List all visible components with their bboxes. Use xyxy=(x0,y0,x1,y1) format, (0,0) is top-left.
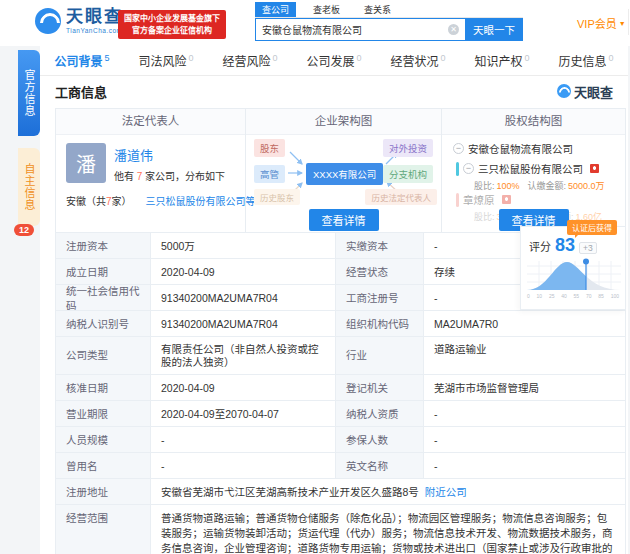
nav-tab-3[interactable]: 公司发展0 xyxy=(292,46,376,75)
field-value: 道路运输业 xyxy=(424,337,625,374)
nav-tab-count: 0 xyxy=(609,53,614,63)
field-value: 91340200MA2UMA7R04 xyxy=(151,285,336,310)
nav-tab-count: 5 xyxy=(105,53,110,63)
score-marker xyxy=(583,259,589,265)
card-header-org-chart: 企业架构图 xyxy=(246,109,441,135)
field-value: 普通货物道路运输；普通货物仓储服务（除危化品）；物流园区管理服务；物流信息咨询服… xyxy=(151,505,625,554)
equity-child-node-0[interactable]: −三只松鼠股份有限公司股比:100%认缴金额:5000.0万 xyxy=(456,161,613,192)
top-header: 天眼查 TianYanCha.com 国家中小企业发展基金旗下 官方备案企业征信… xyxy=(0,0,630,46)
shareholder-name-link[interactable]: 章燎原 xyxy=(463,192,495,207)
axis-tick: 100 xyxy=(611,293,619,299)
search-area: 查公司 查老板 查关系 ✕ 天眼一下 xyxy=(255,3,523,41)
field-value: 91340200MA2UMA7R04 xyxy=(151,311,336,336)
nav-tab-count: 0 xyxy=(189,53,194,63)
search-input[interactable] xyxy=(255,18,465,41)
certified-badge: 认证后获得 xyxy=(567,220,617,235)
table-row: 注册地址安徽省芜湖市弋江区芜湖高新技术产业开发区久盛路8号附近公司 xyxy=(56,479,625,505)
legal-rep-description: 他有 7 家公司，分布如下 xyxy=(114,168,225,183)
self-info-count-badge: 12 xyxy=(14,224,34,236)
nav-tab-label: 司法风险 xyxy=(138,52,186,69)
score-value: 83 xyxy=(555,235,575,256)
caret-down-icon: ▼ xyxy=(619,20,626,27)
related-company-link[interactable]: 三只松鼠股份有限公司等 xyxy=(146,193,256,208)
shareholder-name-link[interactable]: 三只松鼠股份有限公司 xyxy=(478,161,583,176)
nav-tab-2[interactable]: 经营风险0 xyxy=(208,46,292,75)
gov-certification-badge: 国家中小企业发展基金旗下 官方备案企业征信机构 xyxy=(118,10,226,39)
tree-level-bar xyxy=(456,162,459,176)
tree-level-bar xyxy=(456,193,459,207)
score-distribution-chart xyxy=(525,257,623,293)
nav-tab-label: 历史信息 xyxy=(558,52,606,69)
nav-tab-4[interactable]: 经营状况0 xyxy=(376,46,460,75)
collapse-minus-icon[interactable]: − xyxy=(453,143,464,154)
amount-label: 认缴金额: xyxy=(528,181,567,191)
nav-tab-1[interactable]: 司法风险0 xyxy=(124,46,208,75)
clear-icon[interactable]: ✕ xyxy=(448,24,459,35)
legal-rep-name-link[interactable]: 潘道伟 xyxy=(114,145,225,164)
org-tag-left-1[interactable]: 高管 xyxy=(254,165,285,183)
field-label: 成立日期 xyxy=(56,259,151,284)
sidebar-tab-official-info[interactable]: 官方信息 xyxy=(18,50,40,136)
org-chart-card: 企业架构图 XX xyxy=(246,109,442,235)
equity-root-node[interactable]: − 安徽仓鼠物流有限公司 xyxy=(446,141,573,156)
search-button[interactable]: 天眼一下 xyxy=(465,18,523,41)
axis-tick: 70 xyxy=(586,293,592,299)
axis-tick: 25 xyxy=(549,293,555,299)
ratio-label: 股比: xyxy=(474,212,495,222)
tianyancha-logo[interactable]: 天眼查 TianYanCha.com xyxy=(35,8,123,34)
table-row: 人员规模-参保人数- xyxy=(56,427,625,453)
search-tab-company[interactable]: 查公司 xyxy=(255,2,296,17)
org-tag-right-0[interactable]: 对外投资 xyxy=(383,139,433,157)
field-label: 纳税人资质 xyxy=(336,401,424,426)
nav-tab-label: 公司背景 xyxy=(54,52,102,69)
field-value: 5000万 xyxy=(151,233,336,258)
shareholding-stats: 股比:100%认缴金额:5000.0万 xyxy=(474,179,613,192)
nearby-companies-link[interactable]: 附近公司 xyxy=(425,484,467,499)
nav-tab-6[interactable]: 历史信息0 xyxy=(544,46,628,75)
equity-structure-card: 股权结构图 − 安徽仓鼠物流有限公司 −三只松鼠股份有限公司股比:100%认缴金… xyxy=(442,109,625,235)
collapse-minus-icon[interactable]: − xyxy=(463,163,474,174)
card-header-legal-rep: 法定代表人 xyxy=(56,109,245,135)
field-value: - xyxy=(424,453,625,478)
table-row: 纳税人识别号91340200MA2UMA7R04组织机构代码MA2UMA7R0 xyxy=(56,311,625,337)
table-row: 曾用名-英文名称- xyxy=(56,453,625,479)
org-tag-left-0[interactable]: 股东 xyxy=(254,139,285,157)
field-label: 实缴资本 xyxy=(336,233,424,258)
nav-tab-label: 经营风险 xyxy=(222,52,270,69)
card-header-equity: 股权结构图 xyxy=(442,109,625,135)
company-logo-icon xyxy=(502,195,511,204)
equity-node-row: 章燎原 xyxy=(456,192,610,207)
org-tag-right-1[interactable]: 分支机构 xyxy=(383,165,433,183)
field-label: 核准日期 xyxy=(56,375,151,400)
org-tag-right-2[interactable]: 历史法定代表人 xyxy=(365,189,437,205)
search-tab-relation[interactable]: 查关系 xyxy=(357,2,398,17)
avatar[interactable]: 潘 xyxy=(66,143,106,183)
org-chart-body: XXXX有限公司 查看详情 股东高管历史股东对外投资分支机构历史法定代表人 xyxy=(246,135,441,236)
search-tab-boss[interactable]: 查老板 xyxy=(306,2,347,17)
tianyancha-watermark-icon xyxy=(557,84,571,98)
field-label: 曾用名 xyxy=(56,453,151,478)
field-label: 英文名称 xyxy=(336,453,424,478)
nav-tab-count: 0 xyxy=(357,53,362,63)
field-label: 经营范围 xyxy=(56,505,151,554)
field-value: 2020-04-09 xyxy=(151,375,336,400)
axis-tick: 40 xyxy=(561,293,567,299)
overview-cards: 法定代表人 潘 潘道伟 他有 7 家公司，分布如下 安徽（共7家） 三只松鼠股份… xyxy=(55,108,626,236)
brand-subtitle: TianYanCha.com xyxy=(66,27,123,34)
nav-tab-label: 知识产权 xyxy=(474,52,522,69)
field-value: 2020-04-09至2070-04-07 xyxy=(151,401,336,426)
field-value: 安徽省芜湖市弋江区芜湖高新技术产业开发区久盛路8号附近公司 xyxy=(151,479,625,504)
section-title: 工商信息 xyxy=(55,82,107,101)
sidebar-tab-self-info[interactable]: 自主信息 xyxy=(18,148,40,226)
vip-menu[interactable]: VIP会员 ▼ xyxy=(577,15,626,31)
nav-tab-0[interactable]: 公司背景5 xyxy=(40,46,124,75)
nav-tabs: 公司背景5司法风险0经营风险0公司发展0经营状况0知识产权0历史信息0 xyxy=(40,46,628,76)
field-value: 2020-04-09 xyxy=(151,259,336,284)
field-label: 营业期限 xyxy=(56,401,151,426)
org-chart-detail-button[interactable]: 查看详情 xyxy=(309,209,379,231)
header-divider xyxy=(628,9,629,35)
org-tag-left-2[interactable]: 历史股东 xyxy=(254,189,300,205)
field-value: - xyxy=(151,453,336,478)
field-value: 有限责任公司（非自然人投资或控股的法人独资） xyxy=(151,337,336,374)
nav-tab-5[interactable]: 知识产权0 xyxy=(460,46,544,75)
